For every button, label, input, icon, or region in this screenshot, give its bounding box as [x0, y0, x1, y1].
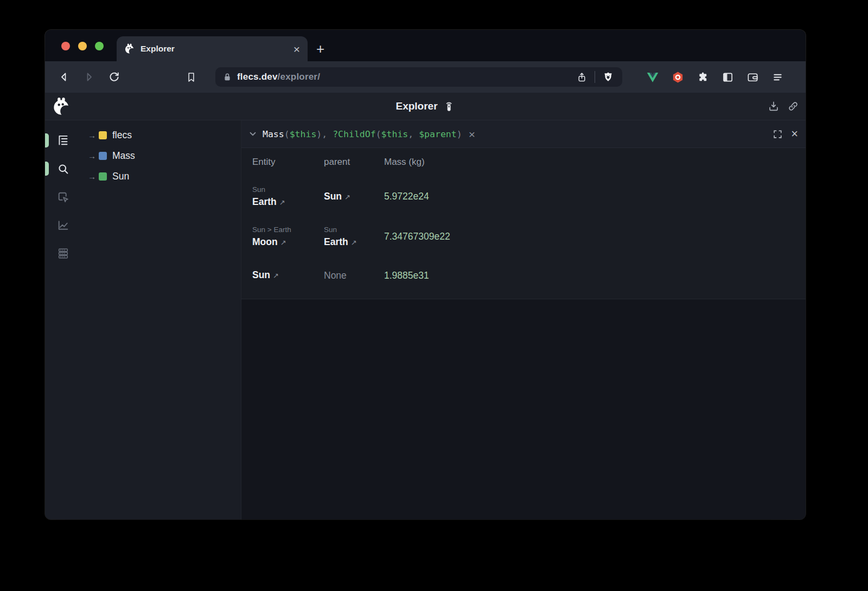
desktop-background: Explorer × + flecs.dev/exp: [0, 0, 868, 591]
expand-arrow-icon[interactable]: →: [88, 131, 99, 140]
external-link-icon: ↗: [280, 239, 286, 247]
app-header: Explorer: [45, 93, 806, 120]
browser-tab-strip: Explorer × +: [45, 30, 806, 61]
close-window-button[interactable]: [61, 42, 70, 50]
browser-tab-explorer[interactable]: Explorer ×: [117, 36, 308, 61]
entity-path: Sun: [252, 184, 324, 195]
external-link-icon: ↗: [273, 272, 279, 280]
lock-icon: [222, 72, 233, 82]
mass-value: 7.34767309e22: [384, 231, 795, 242]
zoom-window-button[interactable]: [95, 42, 104, 50]
url-bar[interactable]: flecs.dev/explorer/: [215, 67, 622, 87]
parent-cell: None: [324, 270, 384, 281]
extensions-puzzle-icon[interactable]: [693, 67, 712, 87]
query-expression[interactable]: Mass($this), ?ChildOf($this, $parent): [263, 129, 462, 139]
table-row: Sun Earth↗ Sun↗ 5.9722e24: [252, 176, 795, 217]
browser-toolbar: flecs.dev/explorer/: [45, 61, 806, 93]
external-link-icon: ↗: [344, 193, 350, 201]
parent-link[interactable]: Sun↗: [324, 190, 384, 203]
active-panel-indicator: [45, 162, 49, 176]
forward-icon: [79, 67, 99, 87]
entity-name: Moon: [252, 236, 278, 247]
fullscreen-icon[interactable]: [773, 129, 783, 139]
url-text: flecs.dev/explorer/: [237, 72, 320, 82]
extensions-row: [643, 67, 787, 87]
url-domain: flecs.dev: [237, 72, 278, 82]
url-separator: [595, 71, 595, 83]
query-term: Mass: [263, 129, 284, 139]
close-panel-icon[interactable]: ×: [791, 128, 798, 140]
table-row: Sun > Earth Moon↗ Sun Earth↗ 7.34767309e…: [252, 217, 795, 256]
query-punct: ): [457, 129, 462, 139]
back-icon[interactable]: [54, 67, 74, 87]
entity-path: Sun > Earth: [252, 224, 324, 235]
bookmark-icon[interactable]: [181, 67, 201, 87]
query-variable: $this: [290, 129, 317, 139]
left-icon-rail: [45, 120, 81, 519]
expand-arrow-icon[interactable]: →: [88, 172, 99, 181]
reload-icon[interactable]: [104, 67, 124, 87]
connection-remote-icon[interactable]: [443, 100, 455, 112]
parent-name: Earth: [324, 236, 348, 247]
parent-cell: Sun Earth↗: [324, 224, 384, 249]
table-header-row: Entity parent Mass (kg): [252, 148, 795, 176]
column-header-entity: Entity: [252, 157, 324, 168]
expand-arrow-icon[interactable]: →: [88, 151, 99, 160]
chevron-down-icon[interactable]: [248, 129, 258, 139]
active-panel-indicator: [45, 133, 49, 147]
browser-window: Explorer × + flecs.dev/exp: [45, 30, 806, 519]
app-title-group: Explorer: [395, 93, 455, 120]
query-panel: Mass($this), ?ChildOf($this, $parent) × …: [241, 120, 806, 519]
entity-cell: Sun↗: [252, 268, 324, 282]
share-link-icon[interactable]: [787, 100, 799, 112]
mass-value: 5.9722e24: [384, 191, 795, 202]
minimize-window-button[interactable]: [78, 42, 87, 50]
entity-link[interactable]: Earth↗: [252, 195, 324, 209]
query-term: ?ChildOf: [333, 129, 375, 139]
vue-devtools-icon[interactable]: [643, 67, 662, 87]
external-link-icon: ↗: [351, 239, 357, 247]
data-rows-panel-icon[interactable]: [56, 246, 71, 260]
mass-value: 1.9885e31: [384, 270, 795, 281]
flecs-logo-icon[interactable]: [52, 97, 71, 116]
query-punct: (: [284, 129, 290, 139]
window-controls: [61, 42, 104, 50]
entity-cell: Sun > Earth Moon↗: [252, 224, 324, 249]
clear-query-icon[interactable]: ×: [469, 129, 475, 140]
tree-item-sun[interactable]: → Sun: [81, 166, 241, 187]
tree-item-flecs[interactable]: → flecs: [81, 125, 241, 145]
download-icon[interactable]: [768, 100, 780, 112]
parent-none: None: [324, 270, 384, 281]
entity-cell: Sun Earth↗: [252, 184, 324, 209]
new-tab-button[interactable]: +: [316, 41, 324, 57]
parent-name: Sun: [324, 191, 342, 202]
query-variable: $this: [381, 129, 409, 139]
entity-name: Earth: [252, 196, 277, 207]
menu-icon[interactable]: [768, 67, 787, 87]
sidebar-toggle-icon[interactable]: [718, 67, 737, 87]
tree-panel-icon[interactable]: [56, 133, 71, 147]
table-row: Sun↗ None 1.9885e31: [252, 256, 795, 294]
hexagon-extension-icon[interactable]: [668, 67, 687, 87]
query-punct: ,: [408, 129, 419, 139]
entity-link[interactable]: Sun↗: [252, 268, 324, 282]
query-punct: ): [316, 129, 322, 139]
tab-title: Explorer: [141, 44, 293, 54]
inspect-panel-icon[interactable]: [56, 190, 71, 204]
query-search-panel-icon[interactable]: [56, 162, 71, 176]
scope-color-swatch: [99, 172, 107, 181]
brave-shield-icon[interactable]: [601, 69, 616, 85]
share-icon[interactable]: [574, 69, 589, 85]
external-link-icon: ↗: [279, 198, 285, 207]
query-panel-empty-area: [241, 299, 806, 519]
tree-item-mass[interactable]: → Mass: [81, 145, 241, 166]
parent-link[interactable]: Earth↗: [324, 235, 384, 249]
tab-close-icon[interactable]: ×: [293, 43, 300, 55]
query-header: Mass($this), ?ChildOf($this, $parent) × …: [241, 120, 806, 148]
stats-chart-panel-icon[interactable]: [56, 218, 71, 232]
wallet-icon[interactable]: [743, 67, 762, 87]
parent-cell: Sun↗: [324, 190, 384, 203]
query-panel-actions: ×: [773, 128, 798, 140]
scope-color-swatch: [99, 131, 107, 139]
entity-link[interactable]: Moon↗: [252, 235, 324, 249]
